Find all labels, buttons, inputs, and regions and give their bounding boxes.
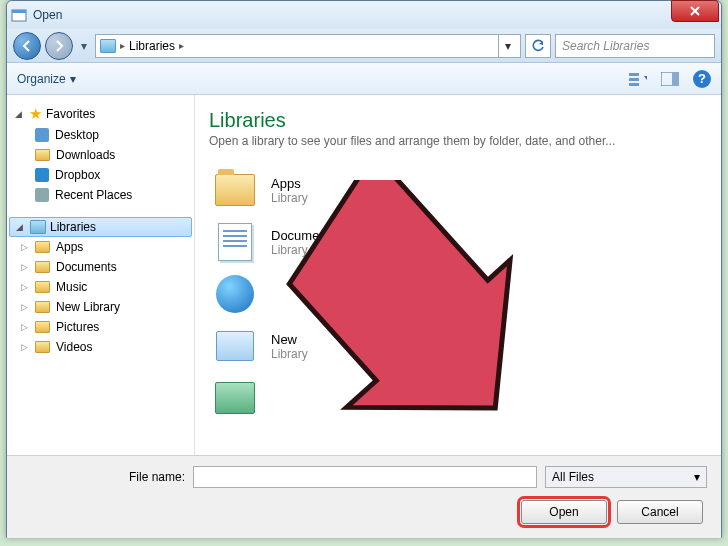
open-dialog-window: Open ▾ ▸ Libraries ▸ ▾ Search Libraries [6,0,722,538]
folder-icon [35,301,50,313]
tree-item-desktop[interactable]: Desktop [9,125,192,145]
tree-header-libraries[interactable]: ◢ Libraries [9,217,192,237]
titlebar: Open [7,1,721,29]
svg-rect-2 [629,73,639,76]
tree-item-dropbox[interactable]: Dropbox [9,165,192,185]
pictures-icon [213,378,257,418]
breadcrumb-location[interactable]: Libraries [129,39,175,53]
expand-icon: ▷ [21,282,29,292]
folder-icon [35,321,50,333]
tree-item-apps[interactable]: ▷Apps [9,237,192,257]
svg-rect-4 [629,83,639,86]
expand-icon: ▷ [21,322,29,332]
preview-pane-button[interactable] [661,70,679,88]
close-button[interactable] [671,0,719,22]
expand-icon: ▷ [21,342,29,352]
back-button[interactable] [13,32,41,60]
organize-menu[interactable]: Organize ▾ [17,72,76,86]
folder-icon [35,149,50,161]
content-pane: Libraries Open a library to see your fil… [195,95,721,455]
tree-item-new-library[interactable]: ▷New Library [9,297,192,317]
cancel-button[interactable]: Cancel [617,500,703,524]
folder-icon [35,281,50,293]
nav-history-dropdown[interactable]: ▾ [77,35,91,57]
forward-button[interactable] [45,32,73,60]
open-button[interactable]: Open [521,500,607,524]
content-heading: Libraries [209,109,707,132]
libraries-icon [30,220,46,234]
tree-item-recent-places[interactable]: Recent Places [9,185,192,205]
tree-item-videos[interactable]: ▷Videos [9,337,192,357]
content-subtext: Open a library to see your files and arr… [209,134,707,148]
chevron-down-icon: ▾ [694,470,700,484]
filename-input[interactable] [193,466,537,488]
breadcrumb-separator-icon: ▸ [179,40,184,51]
documents-icon [213,222,257,262]
body-area: ◢ ★ Favorites Desktop Downloads Dropbox … [7,95,721,455]
chevron-down-icon: ▾ [70,72,76,86]
desktop-icon [35,128,49,142]
tree-item-downloads[interactable]: Downloads [9,145,192,165]
window-title: Open [33,8,62,22]
filename-label: File name: [21,470,185,484]
library-item-new[interactable]: NewLibrary [209,320,707,372]
app-icon [11,7,27,23]
folder-icon [213,170,257,210]
dropbox-icon [35,168,49,182]
library-item-documents[interactable]: DocumentsLibrary [209,216,707,268]
expand-icon: ▷ [21,262,29,272]
bottom-panel: File name: All Files ▾ Open Cancel [7,455,721,538]
breadcrumb-bar[interactable]: ▸ Libraries ▸ ▾ [95,34,521,58]
svg-rect-3 [629,78,639,81]
collapse-icon: ◢ [16,222,26,232]
search-placeholder: Search Libraries [562,39,649,53]
tree-item-documents[interactable]: ▷Documents [9,257,192,277]
recent-icon [35,188,49,202]
collapse-icon: ◢ [15,109,25,119]
library-item-apps[interactable]: AppsLibrary [209,164,707,216]
globe-icon [213,274,257,314]
navigation-tree: ◢ ★ Favorites Desktop Downloads Dropbox … [7,95,195,455]
address-bar-row: ▾ ▸ Libraries ▸ ▾ Search Libraries [7,29,721,63]
library-item[interactable] [209,372,707,424]
folder-icon [35,241,50,253]
toolbar: Organize ▾ ? [7,63,721,95]
tree-item-pictures[interactable]: ▷Pictures [9,317,192,337]
libraries-icon [100,39,116,53]
star-icon: ★ [29,105,42,123]
library-item[interactable] [209,268,707,320]
tree-item-music[interactable]: ▷Music [9,277,192,297]
breadcrumb-separator-icon: ▸ [120,40,125,51]
printer-icon [213,326,257,366]
help-button[interactable]: ? [693,70,711,88]
tree-header-favorites[interactable]: ◢ ★ Favorites [9,103,192,125]
folder-icon [35,341,50,353]
svg-rect-1 [12,10,26,13]
search-input[interactable]: Search Libraries [555,34,715,58]
folder-icon [35,261,50,273]
view-options-button[interactable] [629,70,647,88]
expand-icon: ▷ [21,302,29,312]
refresh-button[interactable] [525,34,551,58]
breadcrumb-dropdown[interactable]: ▾ [498,35,516,57]
expand-icon: ▷ [21,242,29,252]
svg-rect-6 [672,72,679,86]
file-type-filter[interactable]: All Files ▾ [545,466,707,488]
